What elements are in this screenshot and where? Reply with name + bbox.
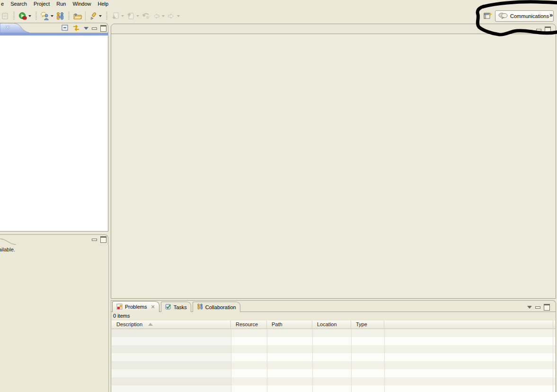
perspective-overflow-chevron[interactable]: » [549,11,553,18]
problems-table-header: Description Resource Path Location Type [112,321,555,329]
menu-bar: e Search Project Run Window Help [0,0,557,8]
open-folder-icon[interactable] [72,11,83,21]
outline-content: ailable. [0,245,109,392]
previous-annotation-icon[interactable] [125,11,136,21]
forward-icon[interactable] [166,11,177,21]
toolbar-grip[interactable] [13,12,15,20]
problems-tabs: Problems ✕ Tasks Collaboration [112,301,242,312]
column-divider [351,329,352,392]
menu-item-project[interactable]: Project [30,0,53,8]
menu-item-search[interactable]: Search [7,0,30,8]
problems-panel: Problems ✕ Tasks Collaboration 0 items D… [111,300,556,392]
last-edit-location-icon[interactable] [141,11,151,21]
problems-toolbar [527,304,550,311]
left-view-panel: ✕ [0,23,109,232]
column-label: Location [317,321,337,327]
menu-item-file-cut[interactable]: e [0,0,7,8]
collaboration-icon [197,303,203,311]
sort-ascending-icon [148,323,153,326]
main-toolbar [0,9,473,23]
toolbar-grip[interactable] [35,12,37,20]
column-label: Path [272,321,283,327]
column-divider [384,329,385,392]
outline-panel: ailable. [0,234,109,392]
document-icon[interactable] [0,11,10,21]
left-view-toolbar [62,24,106,33]
view-menu-icon[interactable] [527,306,532,309]
link-with-editor-icon[interactable] [72,24,80,33]
column-header-description[interactable]: Description [112,321,231,328]
tab-problems[interactable]: Problems ✕ [112,301,159,312]
minimize-icon[interactable] [535,306,540,309]
column-divider [553,329,553,392]
communications-perspective-label: Communications [510,13,549,19]
minimize-icon[interactable] [92,27,97,30]
column-divider [231,329,231,392]
back-icon[interactable] [151,11,161,21]
minimize-icon[interactable] [92,239,97,241]
toolbar-separator [85,11,86,21]
collaboration-icon[interactable] [55,11,65,21]
ide-window: { "menu": { "items": [ {"label": "e"}, {… [0,0,557,392]
menu-item-help[interactable]: Help [95,0,112,8]
left-view-active-tab[interactable] [0,23,29,33]
column-label: Resource [236,321,258,327]
menu-item-window[interactable]: Window [69,0,94,8]
toolbar-grip[interactable] [68,12,70,20]
editor-tabstrip [111,24,556,34]
back-dropdown-icon [162,15,165,17]
tab-collaboration[interactable]: Collaboration [193,302,240,312]
outline-tab-curve [0,239,16,245]
tasks-icon [165,303,171,311]
outline-toolbar [92,236,106,243]
maximize-icon[interactable] [100,236,106,243]
maximize-icon[interactable] [544,304,550,311]
outline-message: ailable. [0,247,15,252]
close-icon[interactable]: ✕ [150,304,155,310]
minimize-icon[interactable] [536,29,541,31]
person-chat-icon[interactable] [40,11,50,21]
column-divider [267,329,267,392]
column-label: Description [116,321,142,327]
maximize-icon[interactable] [545,27,551,33]
brush-dropdown-icon[interactable] [99,15,102,17]
menu-item-run[interactable]: Run [53,0,69,8]
tab-tasks[interactable]: Tasks [161,302,191,312]
maximize-icon[interactable] [100,25,106,32]
perspective-bar: Communications [484,10,554,22]
column-header-resource[interactable]: Resource [231,321,267,328]
next-annotation-dropdown-icon [121,15,124,17]
left-view-content[interactable] [0,36,108,232]
next-annotation-icon[interactable] [110,11,121,21]
problems-table-body[interactable] [112,329,555,392]
tab-label: Problems [125,304,147,310]
toolbar-grip[interactable] [106,12,107,20]
communications-perspective-button[interactable]: Communications [495,10,554,22]
run-icon[interactable] [18,11,28,21]
editor-area[interactable] [111,24,556,299]
run-dropdown-icon[interactable] [28,15,31,17]
editor-toolbar [536,27,551,33]
column-header-filler [384,321,553,328]
problems-icon [116,303,123,311]
previous-annotation-dropdown-icon [136,15,139,17]
open-perspective-icon[interactable] [484,12,492,21]
tab-label: Tasks [174,304,187,310]
column-label: Type [356,321,367,327]
forward-dropdown-icon [177,15,180,17]
speech-bubbles-icon [498,12,508,20]
column-header-location[interactable]: Location [312,321,351,328]
problems-item-count: 0 items [113,313,130,319]
person-chat-dropdown-icon[interactable] [51,15,53,17]
view-menu-icon[interactable] [84,27,88,30]
tab-label: Collaboration [205,304,236,310]
column-divider [312,329,313,392]
collapse-all-icon[interactable] [62,25,69,33]
close-icon[interactable]: ✕ [5,24,10,31]
column-header-path[interactable]: Path [267,321,312,328]
column-header-type[interactable]: Type [351,321,384,328]
brush-icon[interactable] [88,11,98,21]
sorted-column-shade [112,329,231,392]
